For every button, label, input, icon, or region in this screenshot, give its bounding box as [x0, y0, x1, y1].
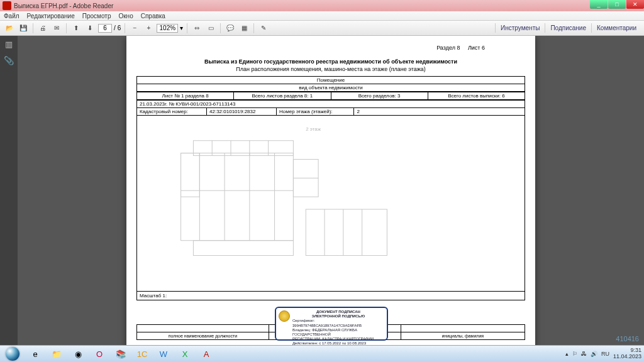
- separator: [33, 23, 33, 33]
- taskbar-pinned: e 📁 ◉ O 📚 1C W X A: [25, 346, 216, 361]
- window-minimize-button[interactable]: _: [590, 0, 608, 9]
- menu-view[interactable]: Просмотр: [82, 13, 111, 19]
- nav-sidebar: ▥ 📎: [0, 36, 18, 345]
- cad-label: Кадастровый номер:: [137, 108, 207, 116]
- pdf-page: Раздел 8 Лист 6 Выписка из Единого госуд…: [126, 36, 535, 345]
- page-down-icon[interactable]: ⬇: [84, 23, 96, 34]
- window-title: Выписка ЕГРН.pdf - Adobe Reader: [14, 3, 644, 9]
- zoom-dropdown-icon[interactable]: ▾: [180, 25, 183, 31]
- digital-signature-stamp: ДОКУМЕНТ ПОДПИСАН ЭЛЕКТРОННОЙ ПОДПИСЬЮ С…: [275, 307, 388, 341]
- fit-page-icon[interactable]: ▭: [205, 23, 216, 34]
- sign-icon[interactable]: ✎: [258, 23, 269, 34]
- window-close-button[interactable]: ✕: [626, 0, 644, 9]
- sig-col-name: инициалы, фамилия: [401, 332, 525, 340]
- comment-icon[interactable]: 💬: [225, 23, 236, 34]
- print-icon[interactable]: 🖨: [37, 23, 48, 34]
- sheet-label: Лист 6: [468, 45, 485, 51]
- menubar: Файл Редактирование Просмотр Окно Справк…: [0, 11, 644, 21]
- highlight-icon[interactable]: ▦: [238, 23, 250, 34]
- floor-label: Номер этажа (этажей):: [277, 108, 354, 116]
- watermark-id: 410416: [616, 335, 639, 343]
- separator: [253, 23, 254, 33]
- page-indicator: / 6: [98, 24, 121, 33]
- comments-panel-button[interactable]: Комментарии: [591, 23, 641, 33]
- page-up-icon[interactable]: ⬆: [70, 23, 82, 34]
- stamp-owner: Владелец: ФЕДЕРАЛЬНАЯ СЛУЖБА ГОСУДАРСТВЕ…: [292, 328, 384, 337]
- signature-row: полное наименование должности инициалы, …: [136, 307, 525, 344]
- tray-lang[interactable]: RU: [601, 351, 609, 357]
- zoom-out-icon[interactable]: −: [129, 23, 140, 34]
- plan-floor-label: 2 этаж: [306, 126, 321, 132]
- sig-col-post: полное наименование должности: [137, 332, 269, 340]
- system-tray: ▴ ⚐ 🖧 🔊 RU 9:31 11.04.2023: [565, 348, 641, 360]
- stamp-valid: Действителен: с 17.05.2022 по 10.08.2023: [292, 341, 384, 345]
- page-sep: /: [114, 25, 116, 31]
- start-button[interactable]: [1, 346, 24, 363]
- stamp-owner2: РЕГИСТРАЦИИ, КАДАСТРА И КАРТОГРАФИИ: [292, 337, 384, 341]
- email-icon[interactable]: ✉: [51, 23, 62, 34]
- floor-plan: 2 этаж: [136, 116, 525, 292]
- separator: [220, 23, 221, 33]
- sheet-cell-3: Всего разделов: 3: [331, 92, 428, 100]
- menu-window[interactable]: Окно: [118, 13, 133, 19]
- tools-panel-button[interactable]: Инструменты: [495, 23, 545, 33]
- tray-volume-icon[interactable]: 🔊: [591, 351, 597, 357]
- scale-row: Масштаб 1:: [136, 292, 525, 300]
- menu-edit[interactable]: Редактирование: [27, 13, 75, 19]
- sign-panel-button[interactable]: Подписание: [545, 23, 591, 33]
- page-total: 6: [118, 25, 121, 31]
- floor-value: 2: [354, 108, 525, 116]
- document-viewport[interactable]: Раздел 8 Лист 6 Выписка из Единого госуд…: [18, 36, 644, 345]
- menu-file[interactable]: Файл: [4, 13, 19, 19]
- object-type: Помещение: [137, 77, 525, 84]
- reg-info-table: 21.03.2023г. № КУВИ-001/2023-67113143 Ка…: [136, 100, 525, 116]
- windows-orb-icon: [6, 347, 19, 361]
- open-file-icon[interactable]: 📂: [4, 23, 15, 34]
- windows-taskbar: e 📁 ◉ O 📚 1C W X A ▴ ⚐ 🖧 🔊 RU 9:31 11.04…: [0, 345, 644, 362]
- window-maximize-button[interactable]: □: [608, 0, 626, 9]
- menu-help[interactable]: Справка: [141, 13, 165, 19]
- sheet-cell-2: Всего листов раздела 8: 1: [234, 92, 331, 100]
- app-icon: [3, 1, 11, 10]
- taskbar-archive-icon[interactable]: 📚: [111, 346, 131, 361]
- zoom-in-icon[interactable]: +: [143, 23, 154, 34]
- thumbnails-icon[interactable]: ▥: [3, 38, 14, 50]
- main-area: ▥ 📎 Раздел 8 Лист 6 Выписка из Единого г…: [0, 36, 644, 345]
- tray-flag-icon[interactable]: ⚐: [572, 351, 577, 357]
- zoom-control: ▾: [157, 24, 183, 33]
- separator: [66, 23, 67, 33]
- taskbar-opera-icon[interactable]: O: [89, 346, 109, 361]
- taskbar-chrome-icon[interactable]: ◉: [68, 346, 88, 361]
- save-icon[interactable]: 💾: [18, 23, 29, 34]
- stamp-cert: Сертификат: 39948797488CA91897A147C9AD9F…: [292, 319, 384, 327]
- tray-show-hidden-icon[interactable]: ▴: [565, 351, 569, 357]
- toolbar: 📂 💾 🖨 ✉ ⬆ ⬇ / 6 − + ▾ ⇔ ▭ 💬 ▦ ✎ Инструме…: [0, 21, 644, 36]
- taskbar-word-icon[interactable]: W: [153, 346, 174, 361]
- svg-rect-13: [306, 209, 387, 256]
- tray-clock[interactable]: 9:31 11.04.2023: [613, 348, 641, 360]
- tray-network-icon[interactable]: 🖧: [581, 351, 587, 357]
- window-titlebar: Выписка ЕГРН.pdf - Adobe Reader _ □ ✕: [0, 0, 644, 11]
- section-label: Раздел 8: [436, 45, 460, 51]
- object-type-table: Помещение вид объекта недвижимости: [136, 76, 525, 92]
- taskbar-reader-icon[interactable]: A: [196, 346, 216, 361]
- object-type-label: вид объекта недвижимости: [137, 84, 525, 92]
- page-current-input[interactable]: [98, 24, 112, 33]
- taskbar-excel-icon[interactable]: X: [175, 346, 195, 361]
- fit-width-icon[interactable]: ⇔: [191, 23, 203, 34]
- sheet-cell-1: Лист № 1 раздела 8: [137, 92, 234, 100]
- doc-subtitle: План расположения помещения, машино-мест…: [136, 66, 525, 72]
- sheet-cell-4: Всего листов выписки: 6: [428, 92, 525, 100]
- taskbar-ie-icon[interactable]: e: [25, 346, 45, 361]
- separator: [187, 23, 187, 33]
- stamp-line2: ЭЛЕКТРОННОЙ ПОДПИСЬЮ: [292, 314, 384, 319]
- sheets-table: Лист № 1 раздела 8 Всего листов раздела …: [136, 92, 525, 100]
- svg-rect-12: [193, 241, 293, 256]
- zoom-input[interactable]: [157, 24, 178, 33]
- taskbar-explorer-icon[interactable]: 📁: [47, 346, 67, 361]
- tray-date: 11.04.2023: [613, 354, 641, 360]
- attachments-icon[interactable]: 📎: [3, 55, 14, 66]
- page-header-right: Раздел 8 Лист 6: [436, 45, 485, 51]
- taskbar-1c-icon[interactable]: 1C: [132, 346, 152, 361]
- svg-rect-6: [181, 153, 200, 197]
